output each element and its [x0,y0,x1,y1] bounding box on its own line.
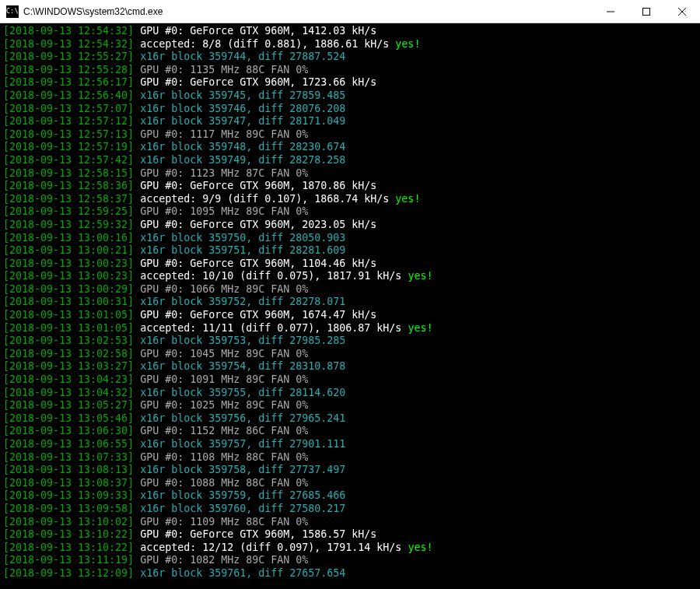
timestamp: [2018-09-13 12:55:28] [3,64,134,75]
log-message: x16r block 359759, diff 27685.466 [134,489,345,501]
log-message: GPU #0: 1108 MHz 88C FAN 0% [134,451,308,463]
log-message: GPU #0: 1088 MHz 88C FAN 0% [134,477,308,489]
log-line: [2018-09-13 13:09:58] x16r block 359760,… [3,503,697,516]
log-message: accepted: 10/10 (diff 0.075), 1817.91 kH… [134,270,408,282]
log-message: accepted: 11/11 (diff 0.077), 1806.87 kH… [134,322,408,334]
log-message: GPU #0: 1082 MHz 89C FAN 0% [134,554,308,566]
log-message: GPU #0: 1066 MHz 89C FAN 0% [134,283,308,295]
timestamp: [2018-09-13 12:55:27] [3,51,134,62]
timestamp: [2018-09-13 13:00:23] [3,270,134,282]
timestamp: [2018-09-13 12:58:15] [3,167,134,179]
timestamp: [2018-09-13 13:05:27] [3,399,134,411]
timestamp: [2018-09-13 12:57:19] [3,141,134,153]
log-line: [2018-09-13 12:56:17] GPU #0: GeForce GT… [3,76,697,89]
log-message: GPU #0: 1117 MHz 89C FAN 0% [134,128,308,140]
cmd-icon: C:\ [6,5,19,18]
timestamp: [2018-09-13 12:57:12] [3,115,134,127]
log-message: x16r block 359746, diff 28076.208 [134,103,345,114]
timestamp: [2018-09-13 13:07:33] [3,451,134,463]
timestamp: [2018-09-13 13:00:21] [3,244,134,256]
accepted-indicator: yes! [408,322,432,334]
log-line: [2018-09-13 13:00:16] x16r block 359750,… [3,232,697,245]
timestamp: [2018-09-13 13:05:46] [3,412,134,424]
log-line: [2018-09-13 12:54:32] GPU #0: GeForce GT… [3,25,697,38]
timestamp: [2018-09-13 13:10:22] [3,542,134,553]
log-message: x16r block 359751, diff 28281.609 [134,244,345,256]
log-message: GPU #0: GeForce GTX 960M, 2023.05 kH/s [134,219,376,230]
log-line: [2018-09-13 12:57:12] x16r block 359747,… [3,115,697,128]
log-message: x16r block 359748, diff 28230.674 [134,141,345,153]
log-message: x16r block 359745, diff 27859.485 [134,89,345,101]
log-message: GPU #0: 1091 MHz 89C FAN 0% [134,373,308,385]
log-message: GPU #0: GeForce GTX 960M, 1586.57 kH/s [134,528,376,540]
timestamp: [2018-09-13 12:56:40] [3,89,134,101]
minimize-button[interactable] [593,0,628,23]
timestamp: [2018-09-13 13:00:29] [3,283,134,295]
timestamp: [2018-09-13 13:09:33] [3,489,134,501]
log-message: GPU #0: GeForce GTX 960M, 1723.66 kH/s [134,76,376,88]
log-message: x16r block 359752, diff 28278.071 [134,296,345,307]
timestamp: [2018-09-13 12:54:32] [3,25,134,37]
log-line: [2018-09-13 13:05:46] x16r block 359756,… [3,412,697,426]
timestamp: [2018-09-13 12:58:37] [3,193,134,205]
log-line: [2018-09-13 13:04:23] GPU #0: 1091 MHz 8… [3,373,697,387]
maximize-button[interactable] [628,0,664,23]
timestamp: [2018-09-13 13:02:58] [3,348,134,359]
log-line: [2018-09-13 12:57:07] x16r block 359746,… [3,103,697,116]
timestamp: [2018-09-13 12:59:32] [3,219,134,230]
log-message: GPU #0: GeForce GTX 960M, 1674.47 kH/s [134,309,376,321]
timestamp: [2018-09-13 12:58:36] [3,180,134,191]
log-line: [2018-09-13 13:09:33] x16r block 359759,… [3,489,697,503]
timestamp: [2018-09-13 13:00:16] [3,232,134,244]
console-output[interactable]: [2018-09-13 12:54:32] GPU #0: GeForce GT… [0,23,700,589]
log-message: accepted: 9/9 (diff 0.107), 1868.74 kH/s [134,193,395,205]
log-line: [2018-09-13 13:10:22] GPU #0: GeForce GT… [3,528,697,542]
log-line: [2018-09-13 13:10:22] accepted: 12/12 (d… [3,542,697,555]
log-line: [2018-09-13 12:58:15] GPU #0: 1123 MHz 8… [3,167,697,181]
timestamp: [2018-09-13 13:12:09] [3,567,134,579]
log-line: [2018-09-13 13:00:31] x16r block 359752,… [3,296,697,309]
log-message: GPU #0: 1025 MHz 89C FAN 0% [134,399,308,411]
accepted-indicator: yes! [395,38,420,50]
log-message: GPU #0: GeForce GTX 960M, 1870.86 kH/s [134,180,376,191]
log-message: x16r block 359757, diff 27901.111 [134,438,345,450]
log-message: x16r block 359747, diff 28171.049 [134,115,345,127]
close-button[interactable] [664,0,700,23]
log-line: [2018-09-13 13:06:55] x16r block 359757,… [3,438,697,451]
log-line: [2018-09-13 12:54:32] accepted: 8/8 (dif… [3,38,697,51]
timestamp: [2018-09-13 12:59:25] [3,205,134,217]
timestamp: [2018-09-13 13:02:53] [3,335,134,346]
log-message: x16r block 359761, diff 27657.654 [134,567,345,579]
accepted-indicator: yes! [408,542,432,553]
log-line: [2018-09-13 13:10:02] GPU #0: 1109 MHz 8… [3,516,697,529]
log-message: x16r block 359755, diff 28114.620 [134,387,345,398]
log-line: [2018-09-13 12:55:27] x16r block 359744,… [3,51,697,64]
titlebar[interactable]: C:\ C:\WINDOWS\system32\cmd.exe [0,0,700,23]
log-line: [2018-09-13 13:02:53] x16r block 359753,… [3,335,697,348]
log-line: [2018-09-13 13:00:23] GPU #0: GeForce GT… [3,258,697,271]
timestamp: [2018-09-13 13:00:31] [3,296,134,307]
log-line: [2018-09-13 13:08:37] GPU #0: 1088 MHz 8… [3,477,697,490]
log-line: [2018-09-13 12:59:32] GPU #0: GeForce GT… [3,219,697,232]
timestamp: [2018-09-13 13:03:27] [3,360,134,372]
log-message: GPU #0: GeForce GTX 960M, 1104.46 kH/s [134,258,376,269]
log-line: [2018-09-13 13:05:27] GPU #0: 1025 MHz 8… [3,399,697,412]
accepted-indicator: yes! [395,193,420,205]
log-line: [2018-09-13 12:57:13] GPU #0: 1117 MHz 8… [3,128,697,142]
log-line: [2018-09-13 12:59:25] GPU #0: 1095 MHz 8… [3,205,697,219]
log-message: x16r block 359753, diff 27985.285 [134,335,345,346]
log-line: [2018-09-13 13:11:19] GPU #0: 1082 MHz 8… [3,554,697,567]
log-line: [2018-09-13 12:55:28] GPU #0: 1135 MHz 8… [3,64,697,77]
log-message: x16r block 359756, diff 27965.241 [134,412,345,424]
log-line: [2018-09-13 12:57:19] x16r block 359748,… [3,141,697,154]
log-line: [2018-09-13 12:58:37] accepted: 9/9 (dif… [3,193,697,206]
log-message: x16r block 359744, diff 27887.524 [134,51,345,62]
log-line: [2018-09-13 12:57:42] x16r block 359749,… [3,154,697,167]
log-line: [2018-09-13 12:56:40] x16r block 359745,… [3,89,697,103]
svg-rect-0 [643,9,650,16]
log-message: x16r block 359760, diff 27580.217 [134,503,345,514]
log-message: x16r block 359758, diff 27737.497 [134,464,345,475]
timestamp: [2018-09-13 13:00:23] [3,258,134,269]
timestamp: [2018-09-13 12:56:17] [3,76,134,88]
timestamp: [2018-09-13 13:10:22] [3,528,134,540]
